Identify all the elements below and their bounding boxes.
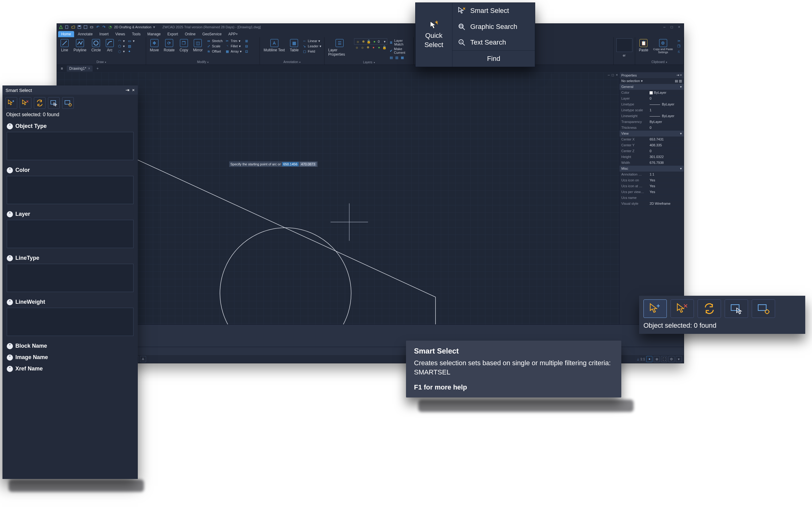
ssel-box-4[interactable] [7,308,134,336]
zbtn-select-plus[interactable] [643,299,667,318]
sb-ucs-icon[interactable]: ⟂ [637,357,639,361]
qa-redo-icon[interactable]: ↷ [102,25,106,29]
qa-open-icon[interactable] [71,25,75,29]
btn-close[interactable]: × [676,25,682,29]
prop-row-view-1[interactable]: Center Y408.335 [619,142,684,148]
menu-smart-select[interactable]: Smart Select [453,3,535,19]
zbtn-cycle[interactable] [698,299,721,318]
smart-select-close-icon[interactable]: × [132,87,135,93]
prop-select-icon[interactable]: ▥ [679,79,682,83]
ssel-tool-select-plus[interactable] [5,97,17,109]
tool-layermatch[interactable]: ≣Layer Match [388,38,411,47]
tool-circle[interactable]: Circle [89,38,103,53]
sb-r3[interactable]: ⛶ [661,356,667,362]
smart-select-pin-icon[interactable]: ⇥ [125,87,129,93]
tool-trim[interactable]: ✂Trim▾ [225,38,242,43]
ssel-tool-select-minus[interactable] [20,97,31,109]
ssel-cat-xref-name[interactable]: ˅Xref Name [2,363,138,374]
ribbon-tab-manage[interactable]: Manage [144,31,164,37]
prop-section-general[interactable]: General▾ [619,84,684,90]
tool-leader[interactable]: ↘Leader▾ [302,44,322,49]
draw-fly6[interactable]: ✦ [127,49,135,54]
tool-array[interactable]: ▦Array▾ [225,49,242,54]
zbtn-select-minus[interactable] [670,299,694,318]
tool-mod-b[interactable]: ⊟ [243,44,249,49]
ribbon-tab-views[interactable]: Views [112,31,128,37]
tool-paste[interactable]: 📋Paste [637,38,650,53]
ribbon-tab-export[interactable]: Export [164,31,181,37]
ssel-cat-lineweight[interactable]: ˄LineWeight [2,296,138,308]
prop-row-view-2[interactable]: Center Z0 [619,148,684,154]
prop-section-view[interactable]: View▾ [619,131,684,136]
sb-ann2[interactable]: A [140,356,146,362]
tool-copypaste-settings[interactable]: ⚙Copy and Paste Settings [651,38,675,55]
ribbon-tab-insert[interactable]: Insert [96,31,112,37]
qa-saveas-icon[interactable] [83,25,88,29]
prop-row-misc-4[interactable]: Ucs name [619,195,684,201]
ssel-box-1[interactable] [7,176,134,204]
prop-row-general-4[interactable]: LineweightByLayer [619,113,684,119]
viewport[interactable]: – □ × Specify the starting point of arc … [57,72,619,324]
prop-row-misc-2[interactable]: Ucs icon at …Yes [619,183,684,189]
ssel-box-2[interactable] [7,220,134,248]
sb-r5[interactable]: ▾ [676,356,682,362]
prop-pin-icon[interactable]: ⇥ [676,73,679,77]
clip-a[interactable]: ✂ [676,38,682,43]
prop-selection[interactable]: No selection ▾ [621,79,643,83]
prop-row-misc-5[interactable]: Visual style2D Wireframe [619,201,684,207]
draw-fly4[interactable]: ▭▾ [127,38,135,43]
prop-quick-icon[interactable]: ▤ [675,79,678,83]
qa-new-icon[interactable] [65,25,69,29]
layer-state4[interactable]: ● [371,45,376,50]
menu-graphic-search[interactable]: Graphic Search [453,19,535,35]
layer-state5[interactable]: ● [377,45,381,50]
tool-mirror[interactable]: ◫Mirror [191,38,205,53]
prop-row-general-0[interactable]: ColorByLayer [619,90,684,96]
draw-fly2[interactable]: ⬠▾ [117,44,125,49]
tool-copy[interactable]: ❐Copy [178,38,190,53]
prop-row-general-1[interactable]: Layer0 [619,96,684,101]
ssel-box-0[interactable] [7,132,134,160]
menu-text-search[interactable]: A Text Search [453,35,535,51]
qa-undo-icon[interactable]: ↶ [96,25,100,29]
doc-tab-add[interactable]: + [94,66,100,71]
tool-table[interactable]: ▦Table [288,38,300,53]
ssel-tool-cycle[interactable] [34,97,46,109]
draw-fly3[interactable]: ◌▾ [117,49,125,54]
prop-row-general-3[interactable]: Linetype scale1 [619,107,684,113]
tool-offset[interactable]: ≋Offset [206,49,223,54]
sb-r4[interactable]: ⚙ [668,356,674,362]
ribbon-tab-annotate[interactable]: Annotate [75,31,96,37]
draw-fly5[interactable]: ▧ [127,44,135,49]
layer-state1[interactable]: ☼ [355,45,359,50]
layer-state2[interactable]: ☼ [360,45,365,50]
workspace-selector[interactable]: 2D Drafting & Annotation [114,25,151,29]
prop-row-misc-1[interactable]: Ucs icon onYes [619,177,684,183]
prop-section-misc[interactable]: Misc▾ [619,166,684,172]
ssel-cat-image-name[interactable]: ˅Image Name [2,352,138,363]
quick-select-button[interactable]: Quick Select [415,3,453,67]
tool-fillet[interactable]: ◝Fillet▾ [225,44,242,49]
qa-ws-icon[interactable]: ◔ [108,25,112,29]
ssel-cat-color[interactable]: ˄Color [2,164,138,176]
ribbon-tab-app[interactable]: APP+ [225,31,241,37]
draw-fly1[interactable]: ◠▾ [117,38,125,43]
qa-print-icon[interactable] [89,25,94,29]
tool-layerprops[interactable]: ☰Layer Properties [326,38,353,57]
doc-tab-close[interactable]: × [88,66,90,71]
qa-save-icon[interactable] [77,25,82,29]
mdi-max[interactable]: □ [612,73,614,77]
tool-mtext[interactable]: AMultiline Text [262,38,287,53]
tool-polyline[interactable]: Polyline [72,38,88,53]
tool-linear[interactable]: ↔Linear▾ [302,38,322,43]
prop-row-misc-3[interactable]: Ucs per view…Yes [619,189,684,195]
tool-rotate[interactable]: ⟳Rotate [162,38,176,53]
tool-stretch[interactable]: ⇔Stretch [206,38,223,43]
layer-walk[interactable]: ▤▥▦ [388,55,411,60]
btn-minimize[interactable]: – [662,25,667,29]
tool-arc[interactable]: Arc [104,38,116,53]
tool-line[interactable]: Line [59,38,70,53]
ribbon-tab-tools[interactable]: Tools [129,31,144,37]
prop-row-general-2[interactable]: LinetypeByLayer [619,101,684,107]
ribbon-tab-online[interactable]: Online [182,31,199,37]
